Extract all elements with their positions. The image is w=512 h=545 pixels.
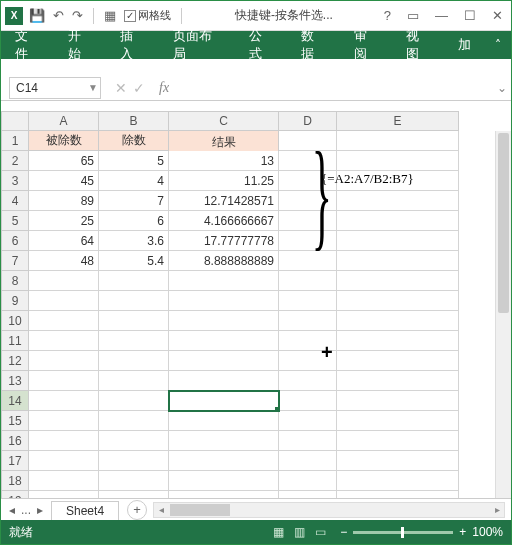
- select-all-corner[interactable]: [1, 111, 29, 131]
- first-sheet-icon[interactable]: ◂: [9, 503, 15, 517]
- cell[interactable]: [29, 491, 99, 498]
- cell[interactable]: [99, 451, 169, 471]
- gridlines-checkbox[interactable]: ✓网格线: [124, 8, 171, 23]
- cell[interactable]: [169, 331, 279, 351]
- cell[interactable]: 除数: [99, 131, 169, 151]
- cell[interactable]: [29, 431, 99, 451]
- cell[interactable]: [337, 271, 459, 291]
- cell[interactable]: 25: [29, 211, 99, 231]
- col-header[interactable]: C: [169, 111, 279, 131]
- row-header[interactable]: 8: [1, 271, 29, 291]
- cell[interactable]: [99, 351, 169, 371]
- formula-input[interactable]: [173, 77, 493, 99]
- cell[interactable]: [29, 271, 99, 291]
- expand-formula-icon[interactable]: ⌄: [493, 81, 511, 95]
- cell[interactable]: [99, 271, 169, 291]
- cell[interactable]: [29, 451, 99, 471]
- sheet-tab[interactable]: Sheet4: [51, 501, 119, 520]
- cell[interactable]: [337, 231, 459, 251]
- cell[interactable]: [29, 351, 99, 371]
- ribbon-tab[interactable]: 数据: [287, 31, 339, 59]
- cell[interactable]: [99, 431, 169, 451]
- row-header[interactable]: 17: [1, 451, 29, 471]
- vertical-scrollbar[interactable]: [495, 131, 511, 498]
- cell[interactable]: [169, 491, 279, 498]
- cancel-formula-icon[interactable]: ✕: [115, 80, 127, 96]
- file-tab[interactable]: 文件: [1, 31, 54, 59]
- row-header[interactable]: 5: [1, 211, 29, 231]
- scroll-right-icon[interactable]: ▸: [490, 503, 504, 517]
- cell[interactable]: [99, 311, 169, 331]
- row-header[interactable]: 4: [1, 191, 29, 211]
- grid-icon[interactable]: ▦: [104, 8, 116, 23]
- cell[interactable]: [337, 191, 459, 211]
- help-icon[interactable]: ?: [380, 8, 395, 23]
- maximize-icon[interactable]: ☐: [460, 8, 480, 23]
- name-box[interactable]: C14▼: [9, 77, 101, 99]
- horizontal-scrollbar[interactable]: ◂ ▸: [153, 502, 505, 518]
- page-break-icon[interactable]: ▭: [315, 525, 326, 539]
- scroll-left-icon[interactable]: ◂: [154, 503, 168, 517]
- cell[interactable]: [337, 251, 459, 271]
- add-sheet-button[interactable]: +: [127, 500, 147, 520]
- cell[interactable]: 12.71428571: [169, 191, 279, 211]
- ribbon-tab[interactable]: 审阅: [340, 31, 392, 59]
- row-header[interactable]: 18: [1, 471, 29, 491]
- cell[interactable]: [169, 291, 279, 311]
- collapse-ribbon-icon[interactable]: ˄: [485, 31, 511, 59]
- cell[interactable]: [169, 351, 279, 371]
- row-header[interactable]: 1: [1, 131, 29, 151]
- cell[interactable]: [99, 371, 169, 391]
- row-header[interactable]: 15: [1, 411, 29, 431]
- cell[interactable]: [337, 491, 459, 498]
- cell[interactable]: [337, 311, 459, 331]
- cell[interactable]: [169, 471, 279, 491]
- ribbon-options-icon[interactable]: ▭: [403, 8, 423, 23]
- cell[interactable]: [337, 291, 459, 311]
- row-header[interactable]: 19: [1, 491, 29, 498]
- cell[interactable]: [99, 331, 169, 351]
- cell[interactable]: [169, 271, 279, 291]
- cell[interactable]: [337, 131, 459, 151]
- cell[interactable]: 65: [29, 151, 99, 171]
- cell[interactable]: 4.166666667: [169, 211, 279, 231]
- confirm-formula-icon[interactable]: ✓: [133, 80, 145, 96]
- cell[interactable]: [99, 491, 169, 498]
- cell[interactable]: [279, 371, 337, 391]
- cell[interactable]: 64: [29, 231, 99, 251]
- cell[interactable]: [29, 311, 99, 331]
- ribbon-tab[interactable]: 页面布局: [159, 31, 235, 59]
- cell[interactable]: [169, 451, 279, 471]
- col-header[interactable]: A: [29, 111, 99, 131]
- cell[interactable]: [279, 311, 337, 331]
- cell[interactable]: [279, 291, 337, 311]
- cell[interactable]: [99, 291, 169, 311]
- zoom-in-icon[interactable]: +: [459, 525, 466, 539]
- cell[interactable]: [337, 351, 459, 371]
- cell[interactable]: 45: [29, 171, 99, 191]
- minimize-icon[interactable]: —: [431, 8, 452, 23]
- cell[interactable]: [169, 431, 279, 451]
- cell[interactable]: [337, 331, 459, 351]
- row-header[interactable]: 2: [1, 151, 29, 171]
- cell[interactable]: [29, 391, 99, 411]
- cell[interactable]: [337, 451, 459, 471]
- cell[interactable]: [337, 391, 459, 411]
- cell[interactable]: [279, 491, 337, 498]
- sheet-nav-more[interactable]: ...: [21, 503, 31, 517]
- row-header[interactable]: 3: [1, 171, 29, 191]
- save-icon[interactable]: 💾: [29, 8, 45, 23]
- cell[interactable]: [99, 471, 169, 491]
- cell[interactable]: 48: [29, 251, 99, 271]
- normal-view-icon[interactable]: ▦: [273, 525, 284, 539]
- cell[interactable]: 5: [99, 151, 169, 171]
- cell[interactable]: 被除数: [29, 131, 99, 151]
- cell[interactable]: [29, 371, 99, 391]
- row-header[interactable]: 12: [1, 351, 29, 371]
- cell[interactable]: [169, 411, 279, 431]
- cell[interactable]: [169, 371, 279, 391]
- cell[interactable]: 8.888888889: [169, 251, 279, 271]
- cell[interactable]: [337, 211, 459, 231]
- cell[interactable]: [279, 471, 337, 491]
- row-header[interactable]: 11: [1, 331, 29, 351]
